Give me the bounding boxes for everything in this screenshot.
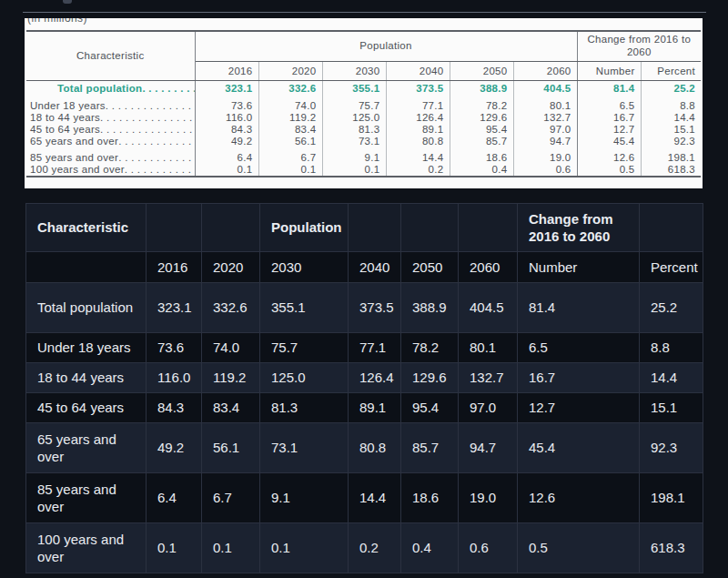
census-table-image: (in millions) Characteristic Population …	[25, 18, 703, 188]
column-header-2050: 2050	[401, 252, 459, 283]
value-cell: 0.5	[518, 523, 640, 573]
value-cell: 404.5	[513, 80, 577, 96]
value-cell: 81.3	[322, 124, 386, 136]
row-label-cell: Under 18 years	[26, 333, 147, 363]
value-cell: 78.2	[401, 333, 459, 363]
value-cell: 49.2	[195, 136, 258, 147]
population-group-header: Population	[260, 204, 349, 252]
value-cell: 0.1	[147, 523, 202, 573]
value-cell: 129.6	[401, 363, 459, 393]
image-caption-clip: (in millions)	[27, 18, 703, 26]
row-label-cell: 45 to 64 years	[26, 393, 147, 423]
row-label: 18 to 44 years	[30, 112, 100, 123]
row-label-cell: Total population	[26, 283, 147, 333]
row-label: Total population	[57, 83, 142, 94]
value-cell: 49.2	[147, 423, 202, 473]
column-header-2030: 2030	[322, 61, 386, 80]
value-cell: 18.6	[450, 152, 513, 164]
dot-leader: . . . . . . . . . . . . . . . . . . . . …	[100, 112, 194, 123]
column-header-2030: 2030	[260, 252, 349, 283]
dot-leader: . . . . . . . . . . . . . . . . . .	[142, 83, 194, 94]
value-cell: 323.1	[195, 80, 258, 96]
value-cell: 15.1	[640, 393, 703, 423]
value-cell: 95.4	[401, 393, 459, 423]
column-header-2040: 2040	[349, 252, 401, 283]
value-cell: 404.5	[459, 283, 518, 333]
value-cell: 84.3	[147, 393, 202, 423]
value-cell: 75.7	[322, 100, 386, 112]
row-label-cell: 65 years and over	[26, 423, 147, 473]
value-cell: 6.7	[202, 473, 260, 523]
column-header-2016: 2016	[147, 252, 202, 283]
value-cell: 126.4	[386, 112, 450, 124]
table-row: 65 years and over49.256.173.180.885.794.…	[26, 423, 703, 473]
value-cell: 355.1	[260, 283, 349, 333]
value-cell: 0.1	[195, 164, 258, 177]
row-label-cell: 45 to 64 years. . . . . . . . . . . . . …	[26, 124, 195, 136]
value-cell: 198.1	[640, 473, 703, 523]
value-cell: 80.1	[459, 333, 518, 363]
value-cell: 15.1	[641, 124, 701, 136]
empty-header-cell	[401, 204, 459, 252]
value-cell: 89.1	[349, 393, 401, 423]
value-cell: 73.1	[260, 423, 349, 473]
value-cell: 6.7	[258, 152, 322, 164]
dot-leader: . . . . . . . . . . . . . . . . . . . . …	[118, 152, 194, 163]
value-cell: 132.7	[513, 112, 577, 124]
empty-header-cell	[26, 252, 147, 283]
table-row: 85 years and over6.46.79.114.418.619.012…	[26, 473, 703, 523]
value-cell: 81.4	[518, 283, 640, 333]
column-header-number: Number	[518, 252, 640, 283]
value-cell: 97.0	[459, 393, 518, 423]
value-cell: 74.0	[202, 333, 260, 363]
page-background: (in millions) Characteristic Population …	[0, 0, 728, 578]
source-table-body: Total population . . . . . . . . . . . .…	[26, 80, 701, 177]
column-header-2016: 2016	[195, 61, 258, 80]
row-label-wrap: 18 to 44 years. . . . . . . . . . . . . …	[26, 112, 195, 123]
value-cell: 6.4	[195, 152, 258, 164]
table-row: Under 18 years73.674.075.777.178.280.16.…	[26, 333, 703, 363]
value-cell: 85.7	[401, 423, 459, 473]
value-cell: 45.4	[577, 136, 641, 147]
value-cell: 0.2	[386, 164, 450, 177]
value-cell: 81.4	[577, 80, 641, 96]
value-cell: 78.2	[450, 100, 513, 112]
value-cell: 119.2	[258, 112, 322, 124]
table-row: Total population . . . . . . . . . . . .…	[26, 80, 701, 96]
column-header-2040: 2040	[386, 61, 450, 80]
empty-header-cell	[459, 204, 518, 252]
column-header-number: Number	[577, 61, 641, 80]
value-cell: 373.5	[349, 283, 401, 333]
row-label-cell: Total population . . . . . . . . . . . .…	[26, 80, 195, 96]
value-cell: 18.6	[401, 473, 459, 523]
row-label-wrap: Under 18 years. . . . . . . . . . . . . …	[26, 100, 195, 111]
row-label-cell: 65 years and over. . . . . . . . . . . .…	[26, 136, 195, 147]
value-cell: 74.0	[258, 100, 322, 112]
value-cell: 8.8	[640, 333, 703, 363]
row-label-wrap: 65 years and over. . . . . . . . . . . .…	[26, 136, 195, 147]
value-cell: 0.4	[450, 164, 513, 177]
value-cell: 332.6	[202, 283, 260, 333]
value-cell: 0.6	[513, 164, 577, 177]
value-cell: 14.4	[349, 473, 401, 523]
column-header-2060: 2060	[513, 61, 577, 80]
row-label: 100 years and over	[30, 164, 125, 175]
value-cell: 56.1	[258, 136, 322, 147]
value-cell: 0.1	[322, 164, 386, 177]
empty-header-cell	[349, 204, 401, 252]
value-cell: 6.4	[147, 473, 202, 523]
value-cell: 19.0	[513, 152, 577, 164]
value-cell: 9.1	[260, 473, 349, 523]
value-cell: 83.4	[202, 393, 260, 423]
value-cell: 81.3	[260, 393, 349, 423]
value-cell: 85.7	[450, 136, 513, 147]
table-row: 85 years and over. . . . . . . . . . . .…	[26, 152, 701, 164]
value-cell: 25.2	[641, 80, 701, 96]
dark-header-row-groups: Characteristic Population Change from 20…	[26, 204, 703, 252]
cropped-title-remnant	[63, 0, 72, 4]
table-row: Under 18 years. . . . . . . . . . . . . …	[26, 100, 701, 112]
value-cell: 0.6	[459, 523, 518, 573]
column-header-2020: 2020	[202, 252, 260, 283]
value-cell: 198.1	[641, 152, 701, 164]
value-cell: 6.5	[577, 100, 641, 112]
